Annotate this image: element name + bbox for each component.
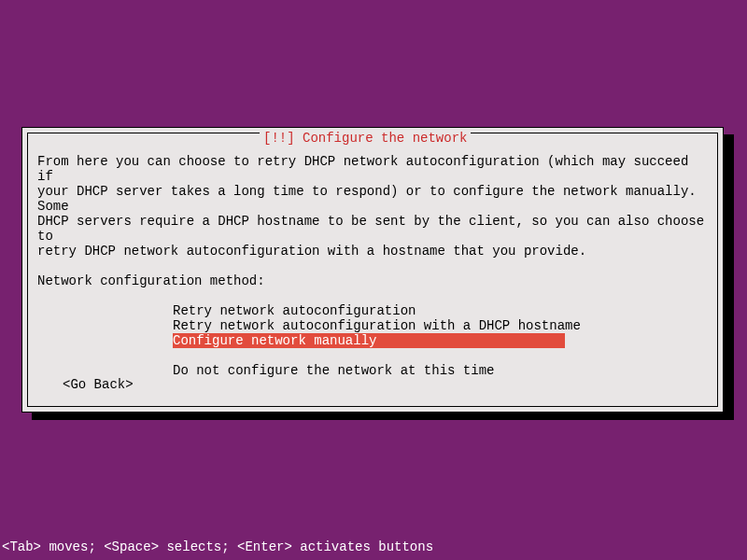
keyboard-hint-bar: <Tab> moves; <Space> selects; <Enter> ac…	[2, 539, 433, 554]
config-method-menu: Retry network autoconfiguration Retry ne…	[173, 303, 708, 378]
menu-item-retry-autoconfig[interactable]: Retry network autoconfiguration	[173, 303, 565, 318]
config-method-label: Network configuration method:	[37, 273, 708, 288]
dialog-description: From here you can choose to retry DHCP n…	[37, 154, 708, 259]
menu-spacer	[173, 348, 708, 363]
menu-item-do-not-configure[interactable]: Do not configure the network at this tim…	[173, 363, 565, 378]
menu-item-configure-manually[interactable]: Configure network manually	[173, 333, 565, 348]
network-config-dialog: [!!] Configure the network From here you…	[21, 127, 724, 413]
dialog-title: [!!] Configure the network	[260, 131, 471, 146]
dialog-content: From here you can choose to retry DHCP n…	[37, 154, 708, 378]
menu-item-retry-autoconfig-hostname[interactable]: Retry network autoconfiguration with a D…	[173, 318, 565, 333]
dialog-border: [!!] Configure the network From here you…	[27, 133, 718, 407]
go-back-button[interactable]: <Go Back>	[63, 377, 134, 392]
